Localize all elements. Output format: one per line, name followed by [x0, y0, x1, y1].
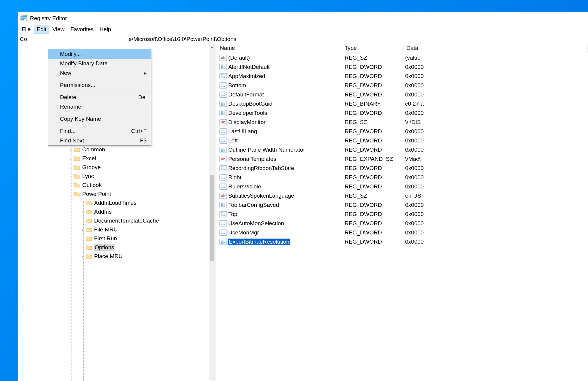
menubar: File Edit View Favorites Help — [18, 25, 588, 34]
tree-item[interactable]: ›Outlook — [18, 181, 209, 190]
value-data: 0x0000 — [403, 91, 424, 98]
list-row[interactable]: DisplayMonitorREG_SZ\\.\DIS — [216, 118, 588, 127]
menu-item-copy-key-name[interactable]: Copy Key Name — [48, 114, 151, 124]
list-row[interactable]: AlertIfNotDefaultREG_DWORD0x0000 — [216, 62, 588, 72]
value-type: REG_DWORD — [341, 147, 403, 153]
value-data: en-US — [403, 193, 421, 199]
list-row[interactable]: RecordingRibbonTabStateREG_DWORD0x0000 — [216, 163, 588, 173]
tree-item[interactable]: ›Lync — [18, 172, 209, 181]
tree-item[interactable]: Options — [18, 243, 209, 252]
value-name: RecordingRibbonTabState — [228, 165, 294, 172]
tree-item[interactable]: ›Place MRU — [18, 252, 209, 261]
menu-item-permissions[interactable]: Permissions... — [48, 80, 151, 90]
tree-scroll-up[interactable]: ▲ — [209, 44, 215, 50]
svg-rect-6 — [24, 18, 26, 19]
col-header-data[interactable]: Data — [403, 44, 588, 53]
list-row[interactable]: DeveloperToolsREG_DWORD0x0000 — [216, 108, 588, 118]
col-header-name[interactable]: Name — [216, 44, 341, 53]
chevron-right-icon[interactable]: › — [80, 210, 86, 214]
tree-item[interactable]: ›Excel — [18, 154, 209, 163]
reg-binary-icon — [219, 220, 227, 227]
tree-item-label: Excel — [82, 155, 96, 162]
list-row[interactable]: DefaultFormatREG_DWORD0x0000 — [216, 90, 588, 99]
value-type: REG_DWORD — [341, 128, 403, 135]
tree-item[interactable]: First Run — [18, 234, 209, 243]
list-row[interactable]: UseAutoMonSelectionREG_DWORD0x0000 — [216, 219, 588, 228]
list-row[interactable]: LeftREG_DWORD0x0000 — [216, 136, 588, 145]
menu-item-modify[interactable]: Modify... — [48, 49, 151, 59]
list-row[interactable]: ToolbarConfigSavedREG_DWORD0x0000 — [216, 200, 588, 209]
menu-item-new[interactable]: New▶ — [48, 68, 151, 78]
menu-help[interactable]: Help — [96, 25, 114, 34]
value-name: (Default) — [228, 55, 250, 61]
list-row[interactable]: SubtitlesSpokenLanguageREG_SZen-US — [216, 191, 588, 200]
chevron-right-icon[interactable]: › — [68, 183, 74, 188]
list-row[interactable]: TopREG_DWORD0x0000 — [216, 209, 588, 219]
menu-item-delete[interactable]: DeleteDel — [48, 93, 151, 102]
list-row[interactable]: RulersVisibleREG_DWORD0x0000 — [216, 182, 588, 191]
folder-icon — [74, 156, 80, 161]
menu-item-find[interactable]: Find...Ctrl+F — [48, 126, 151, 136]
chevron-right-icon[interactable]: › — [68, 165, 74, 170]
list-row[interactable]: ExportBitmapResolutionREG_DWORD0x0000 — [216, 237, 588, 246]
value-data: \\Mac\ — [403, 156, 421, 162]
reg-binary-icon — [219, 183, 227, 190]
reg-binary-icon — [219, 202, 227, 208]
list-row[interactable]: Outline Pane Width NumeratorREG_DWORD0x0… — [216, 145, 588, 154]
list-pane[interactable]: Name Type Data (Default)REG_SZ(valueAler… — [216, 44, 588, 381]
list-row[interactable]: PersonalTemplatesREG_EXPAND_SZ\\Mac\ — [216, 154, 588, 163]
menu-item-rename[interactable]: Rename — [48, 102, 151, 112]
reg-binary-icon — [219, 229, 227, 236]
regedit-icon — [20, 15, 27, 22]
value-name: Top — [228, 211, 237, 218]
chevron-right-icon[interactable]: › — [68, 156, 74, 161]
list-row[interactable]: RightREG_DWORD0x0000 — [216, 173, 588, 182]
value-type: REG_DWORD — [341, 91, 403, 98]
reg-sz-icon — [219, 119, 227, 126]
value-data: 0x0000 — [403, 128, 424, 135]
tree-item[interactable]: AddInLoadTimes — [18, 199, 209, 207]
list-header: Name Type Data — [216, 44, 588, 53]
reg-binary-icon — [219, 73, 227, 80]
tree-item[interactable]: DocumentTemplateCache — [18, 216, 209, 225]
col-header-type[interactable]: Type — [341, 44, 403, 53]
chevron-right-icon[interactable]: › — [80, 228, 86, 232]
chevron-right-icon[interactable]: › — [68, 147, 74, 152]
address-path: e\Microsoft\Office\16.0\PowerPoint\Optio… — [129, 36, 236, 42]
value-type: REG_DWORD — [341, 220, 403, 227]
menu-view[interactable]: View — [49, 25, 67, 34]
list-row[interactable]: DesktopBootGuidREG_BINARYc0 27 a — [216, 99, 588, 108]
menu-edit[interactable]: Edit — [34, 25, 50, 34]
list-row[interactable]: LastUILangREG_DWORD0x0000 — [216, 127, 588, 136]
menu-item-modify-binary-data[interactable]: Modify Binary Data... — [48, 59, 151, 68]
reg-binary-icon — [219, 91, 227, 98]
value-name: Left — [228, 137, 238, 144]
reg-sz-icon — [219, 156, 227, 162]
list-row[interactable]: BottomREG_DWORD0x0000 — [216, 81, 588, 90]
tree-scroll-thumb[interactable] — [210, 175, 214, 261]
list-row[interactable]: AppMaximizedREG_DWORD0x0000 — [216, 72, 588, 81]
tree-item[interactable]: ⌄PowerPoint — [18, 190, 209, 199]
list-row[interactable]: UseMonMgrREG_DWORD0x0000 — [216, 228, 588, 237]
value-name: ExportBitmapResolution — [228, 239, 290, 245]
titlebar[interactable]: Registry Editor — [18, 12, 588, 25]
menu-item-find-next[interactable]: Find NextF3 — [48, 136, 151, 145]
address-bar[interactable]: Co e\Microsoft\Office\16.0\PowerPoint\Op… — [18, 34, 588, 44]
chevron-right-icon[interactable]: › — [68, 174, 74, 179]
value-name: UseMonMgr — [228, 229, 259, 236]
menu-file[interactable]: File — [19, 25, 34, 34]
chevron-right-icon[interactable]: › — [80, 254, 86, 259]
tree-item[interactable]: ›Groove — [18, 163, 209, 172]
reg-binary-icon — [219, 128, 227, 135]
tree-item[interactable]: ›AddIns — [18, 207, 209, 216]
tree-item[interactable]: ›Common — [18, 145, 209, 154]
list-row[interactable]: (Default)REG_SZ(value — [216, 53, 588, 62]
menu-favorites[interactable]: Favorites — [67, 25, 96, 34]
value-type: REG_DWORD — [341, 73, 403, 80]
value-data: 0x0000 — [403, 239, 424, 245]
value-data: 0x0000 — [403, 220, 424, 227]
chevron-down-icon[interactable]: ⌄ — [68, 192, 74, 196]
tree-item[interactable]: ›File MRU — [18, 225, 209, 234]
menu-item-label: New — [60, 70, 71, 76]
tree-item-label: DocumentTemplateCache — [94, 218, 159, 224]
